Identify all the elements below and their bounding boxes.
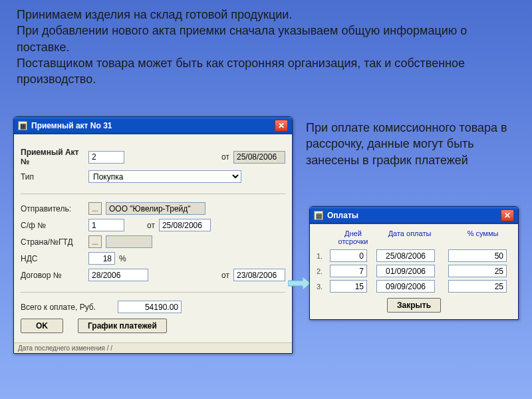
sf-date-field[interactable] — [159, 219, 211, 231]
vat-field[interactable] — [88, 252, 115, 265]
label-country-gtd: Страна/№ГТД — [21, 237, 84, 247]
type-select[interactable]: Покупка — [88, 170, 241, 183]
label-from-1: от — [221, 152, 229, 162]
slide-paragraph-1: Принимаем изделия на склад готовой проду… — [17, 7, 509, 87]
window-body: Дней отсрочки Дата оплаты % суммы 1. 2. … — [310, 224, 518, 319]
col-date: Дата оплаты — [376, 229, 443, 245]
act-date-field[interactable] — [233, 151, 285, 164]
sender-lookup-button[interactable]: ... — [88, 202, 102, 215]
sf-no-field[interactable] — [88, 219, 124, 231]
payments-header: Дней отсрочки Дата оплаты % суммы — [317, 229, 511, 245]
pct-field[interactable] — [448, 280, 507, 293]
app-icon: ▦ — [18, 121, 27, 130]
label-type: Тип — [21, 172, 84, 182]
row-index: 2. — [317, 267, 330, 275]
titlebar: ▦ Приемный акт No 31 ✕ — [14, 117, 292, 134]
date-field[interactable] — [376, 249, 435, 262]
contract-date-field[interactable] — [233, 269, 285, 281]
payment-row: 3. — [317, 280, 511, 293]
col-pct: % суммы — [450, 229, 516, 245]
date-field[interactable] — [376, 265, 435, 277]
row-index: 1. — [317, 252, 330, 260]
label-from-2: от — [147, 221, 155, 230]
arrow-icon — [288, 276, 311, 291]
vat-pct: % — [119, 254, 126, 263]
contract-no-field[interactable] — [88, 269, 148, 281]
schedule-button[interactable]: График платежей — [78, 319, 167, 333]
window-body: Приемный Акт № от Тип Покупка Отправител… — [14, 134, 292, 342]
statusbar: Дата последнего изменения / / — [14, 342, 292, 353]
label-sf-no: С/ф № — [21, 221, 84, 230]
date-field[interactable] — [376, 280, 435, 293]
sender-field — [106, 202, 205, 215]
close-button[interactable]: Закрыть — [387, 298, 441, 313]
slide-paragraph-2: При оплате комиссионного товара в рассро… — [306, 120, 519, 168]
days-field[interactable] — [330, 265, 367, 277]
col-days: Дней отсрочки — [330, 229, 376, 245]
label-sender: Отправитель: — [21, 204, 84, 213]
country-lookup-button[interactable]: ... — [88, 235, 102, 248]
label-act-no: Приемный Акт № — [21, 148, 84, 166]
row-index: 3. — [317, 283, 330, 291]
label-vat: НДС — [21, 254, 84, 263]
pct-field[interactable] — [448, 249, 507, 262]
act-no-field[interactable] — [88, 151, 124, 164]
payment-row: 2. — [317, 265, 511, 277]
days-field[interactable] — [330, 280, 367, 293]
ok-button[interactable]: OK — [21, 319, 63, 333]
payments-window: ▤ Оплаты ✕ Дней отсрочки Дата оплаты % с… — [309, 206, 519, 320]
pct-field[interactable] — [448, 265, 507, 277]
days-field[interactable] — [330, 249, 367, 262]
app-icon: ▤ — [314, 211, 323, 220]
label-from-3: от — [221, 271, 229, 280]
titlebar: ▤ Оплаты ✕ — [310, 207, 518, 224]
close-icon[interactable]: ✕ — [275, 120, 288, 132]
country-field[interactable] — [106, 235, 152, 248]
label-contract: Договор № — [21, 271, 84, 280]
total-field[interactable] — [118, 301, 182, 313]
window-title: Приемный акт No 31 — [31, 121, 275, 130]
receipt-act-window: ▦ Приемный акт No 31 ✕ Приемный Акт № от… — [13, 116, 293, 354]
close-icon[interactable]: ✕ — [501, 209, 514, 221]
payment-row: 1. — [317, 249, 511, 262]
window-title: Оплаты — [327, 211, 501, 220]
label-total: Всего к оплате, Руб. — [21, 303, 114, 312]
